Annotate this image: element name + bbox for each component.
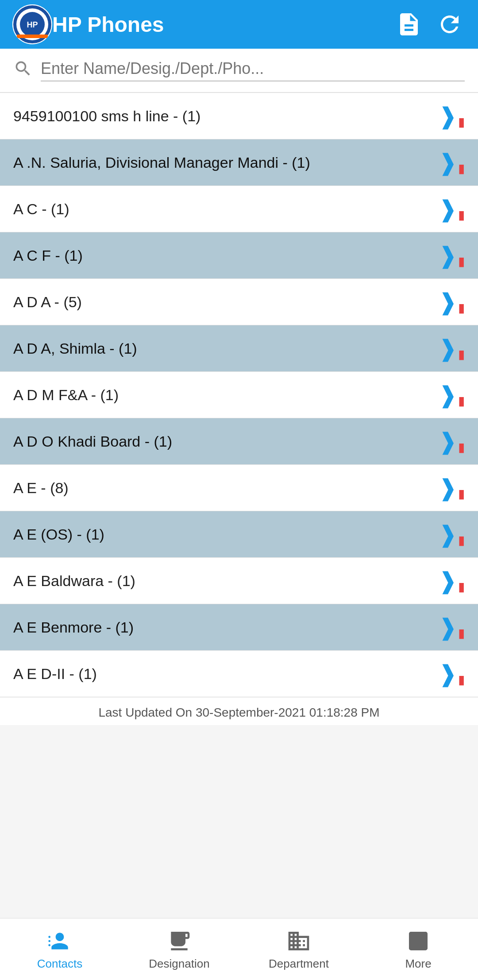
chevron-icon: ❱ ▮: [438, 242, 465, 269]
refresh-icon: [436, 11, 463, 38]
app-logo: HP: [12, 4, 52, 44]
bottom-navigation: Contacts Designation Department More: [0, 918, 478, 980]
app-header: HP HP Phones: [0, 0, 478, 49]
search-input[interactable]: [41, 59, 465, 81]
list-item-label: 9459100100 sms h line - (1): [13, 108, 438, 125]
nav-label-department: Department: [269, 957, 329, 971]
chevron-icon: ❱ ▮: [438, 149, 465, 176]
list-item-label: A E Baldwara - (1): [13, 572, 438, 590]
nav-label-designation: Designation: [149, 957, 209, 971]
nav-item-designation[interactable]: Designation: [120, 918, 239, 980]
more-icon: [406, 929, 431, 953]
svg-rect-4: [17, 35, 48, 38]
list-item[interactable]: A E D-II - (1) ❱ ▮: [0, 651, 478, 697]
designation-icon: [167, 929, 192, 953]
list-item[interactable]: A D A - (5) ❱ ▮: [0, 279, 478, 325]
chevron-icon: ❱ ▮: [438, 382, 465, 408]
chevron-icon: ❱ ▮: [438, 196, 465, 222]
list-item[interactable]: A E Baldwara - (1) ❱ ▮: [0, 558, 478, 604]
list-item[interactable]: A E Benmore - (1) ❱ ▮: [0, 604, 478, 651]
list-item-label: A E (OS) - (1): [13, 526, 438, 543]
header-title: HP Phones: [52, 12, 393, 37]
list-item[interactable]: 9459100100 sms h line - (1) ❱ ▮: [0, 93, 478, 139]
nav-item-more[interactable]: More: [358, 918, 478, 980]
nav-label-more: More: [405, 957, 431, 971]
chevron-icon: ❱ ▮: [438, 103, 465, 129]
chevron-icon: ❱ ▮: [438, 475, 465, 501]
refresh-icon-button[interactable]: [434, 8, 466, 40]
list-item[interactable]: A C F - (1) ❱ ▮: [0, 232, 478, 279]
list-item-label: A E - (8): [13, 479, 438, 497]
list-item-label: A C F - (1): [13, 247, 438, 264]
svg-rect-6: [48, 940, 50, 942]
list-item[interactable]: A D O Khadi Board - (1) ❱ ▮: [0, 418, 478, 465]
list-item-label: A D O Khadi Board - (1): [13, 433, 438, 450]
chevron-icon: ❱ ▮: [438, 289, 465, 315]
list-item[interactable]: A E (OS) - (1) ❱ ▮: [0, 511, 478, 558]
list-item[interactable]: A .N. Saluria, Divisional Manager Mandi …: [0, 139, 478, 186]
svg-rect-5: [48, 936, 50, 938]
list-item[interactable]: A D M F&A - (1) ❱ ▮: [0, 372, 478, 418]
chevron-icon: ❱ ▮: [438, 335, 465, 362]
list-item[interactable]: A C - (1) ❱ ▮: [0, 186, 478, 232]
list-item-label: A D A - (5): [13, 293, 438, 311]
search-icon: [13, 59, 33, 82]
pdf-icon-button[interactable]: [393, 8, 425, 40]
chevron-icon: ❱ ▮: [438, 521, 465, 548]
list-item-label: A C - (1): [13, 201, 438, 218]
chevron-icon: ❱ ▮: [438, 428, 465, 455]
chevron-icon: ❱ ▮: [438, 567, 465, 594]
search-bar: [0, 49, 478, 93]
list-item[interactable]: A D A, Shimla - (1) ❱ ▮: [0, 325, 478, 372]
list-item-label: A .N. Saluria, Divisional Manager Mandi …: [13, 154, 438, 171]
chevron-icon: ❱ ▮: [438, 660, 465, 687]
chevron-icon: ❱ ▮: [438, 614, 465, 640]
list-item-label: A D A, Shimla - (1): [13, 340, 438, 357]
list-item-label: A D M F&A - (1): [13, 386, 438, 404]
department-icon: [286, 929, 311, 953]
last-updated-text: Last Updated On 30-September-2021 01:18:…: [0, 697, 478, 725]
list-item-label: A E D-II - (1): [13, 665, 438, 683]
svg-text:HP: HP: [27, 20, 38, 29]
contacts-icon: [47, 929, 72, 953]
nav-item-department[interactable]: Department: [239, 918, 358, 980]
list-item[interactable]: A E - (8) ❱ ▮: [0, 465, 478, 511]
svg-rect-7: [48, 944, 50, 946]
list-item-label: A E Benmore - (1): [13, 619, 438, 636]
nav-label-contacts: Contacts: [37, 957, 83, 971]
nav-item-contacts[interactable]: Contacts: [0, 918, 120, 980]
pdf-icon: [396, 11, 422, 38]
designation-list: 9459100100 sms h line - (1) ❱ ▮ A .N. Sa…: [0, 93, 478, 697]
